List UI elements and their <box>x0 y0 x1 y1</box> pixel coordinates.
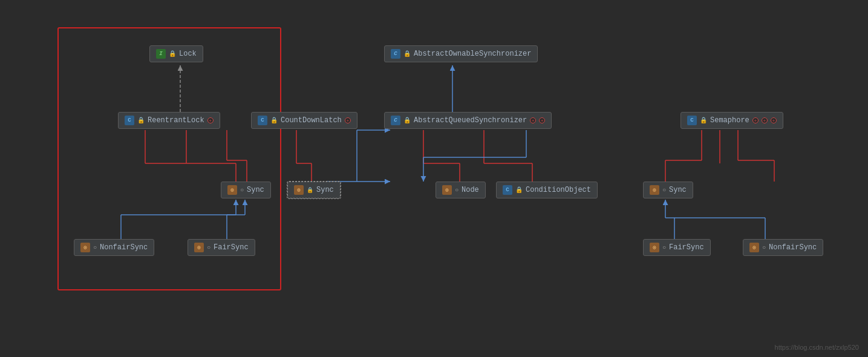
interface-icon: I <box>156 49 166 59</box>
node-sync-cdl[interactable]: ⊙ 🔒 Sync <box>287 182 341 198</box>
expand-dot-sem-2[interactable]: + <box>762 117 768 123</box>
abstract-icon-aos: C <box>391 49 400 59</box>
node-fairsync-sem[interactable]: ⊙ ○ FairSync <box>643 239 711 256</box>
inner-icon-node: ⊙ <box>442 185 452 195</box>
inner-icon-sync-sem: ⊙ <box>650 185 659 195</box>
abstract-icon-aqs: C <box>391 116 400 125</box>
expand-dot-sem-1[interactable]: + <box>752 117 759 123</box>
class-icon-cdl: C <box>258 116 267 125</box>
node-cdl-label: CountDownLatch <box>281 116 342 125</box>
node-fairsync-rl-label: FairSync <box>214 243 249 252</box>
inner-icon-sync-rl: ⊙ <box>227 185 237 195</box>
node-nonfairsync-sem-label: NonfairSync <box>769 243 817 252</box>
node-aos-label: AbstractOwnableSynchronizer <box>414 50 531 58</box>
inner-icon-nonfair-sem: ⊙ <box>749 243 759 252</box>
node-aos[interactable]: C 🔒 AbstractOwnableSynchronizer <box>384 45 538 62</box>
inner-icon-fair-sem: ⊙ <box>650 243 659 252</box>
node-sync-cdl-label: Sync <box>316 186 334 194</box>
node-aqs-label: AbstractQueuedSynchronizer <box>414 116 527 125</box>
class-icon-co: C <box>503 185 512 195</box>
class-icon: C <box>125 116 134 125</box>
node-co-label: ConditionObject <box>526 186 591 194</box>
expand-dot-aqs-2[interactable]: + <box>539 117 545 123</box>
node-lock-label: Lock <box>179 50 197 58</box>
node-sync-sem[interactable]: ⊙ ○ Sync <box>643 182 693 198</box>
node-aqs[interactable]: C 🔒 AbstractQueuedSynchronizer + + <box>384 112 552 129</box>
node-sync-rl-label: Sync <box>247 186 264 194</box>
inner-icon-nonfair-rl: ⊙ <box>80 243 90 252</box>
lock-icon-cdl: 🔒 <box>307 187 313 194</box>
node-aqs-node[interactable]: ⊙ ○ Node <box>436 182 486 198</box>
node-nonfairsync-rl-label: NonfairSync <box>100 243 148 252</box>
node-lock[interactable]: I 🔒 Lock <box>149 45 203 62</box>
node-node-label: Node <box>462 186 479 194</box>
node-semaphore-label: Semaphore <box>710 116 749 125</box>
diagram-canvas: I 🔒 Lock C 🔒 ReentrantLock + C 🔒 CountDo… <box>0 0 868 357</box>
class-icon-sem: C <box>687 116 697 125</box>
node-reentrantlock[interactable]: C 🔒 ReentrantLock + <box>118 112 220 129</box>
node-fairsync-rl[interactable]: ⊙ ○ FairSync <box>188 239 255 256</box>
node-fairsync-sem-label: FairSync <box>669 243 704 252</box>
node-countdownlatch[interactable]: C 🔒 CountDownLatch + <box>251 112 357 129</box>
inner-icon-fair-rl: ⊙ <box>194 243 204 252</box>
node-sync-sem-label: Sync <box>669 186 687 194</box>
node-semaphore[interactable]: C 🔒 Semaphore + + + <box>680 112 783 129</box>
expand-dot-rl[interactable]: + <box>207 117 214 123</box>
inner-icon-sync-cdl: ⊙ <box>294 185 304 195</box>
node-reentrantlock-label: ReentrantLock <box>148 116 204 125</box>
expand-dot-sem-3[interactable]: + <box>771 117 777 123</box>
node-nonfairsync-rl[interactable]: ⊙ ○ NonfairSync <box>74 239 154 256</box>
expand-dot-aqs-1[interactable]: + <box>530 117 536 123</box>
node-sync-rl[interactable]: ⊙ ○ Sync <box>221 182 271 198</box>
node-nonfairsync-sem[interactable]: ⊙ ○ NonfairSync <box>743 239 823 256</box>
node-conditionobject[interactable]: C 🔒 ConditionObject <box>496 182 598 198</box>
expand-dot-cdl[interactable]: + <box>345 117 351 123</box>
